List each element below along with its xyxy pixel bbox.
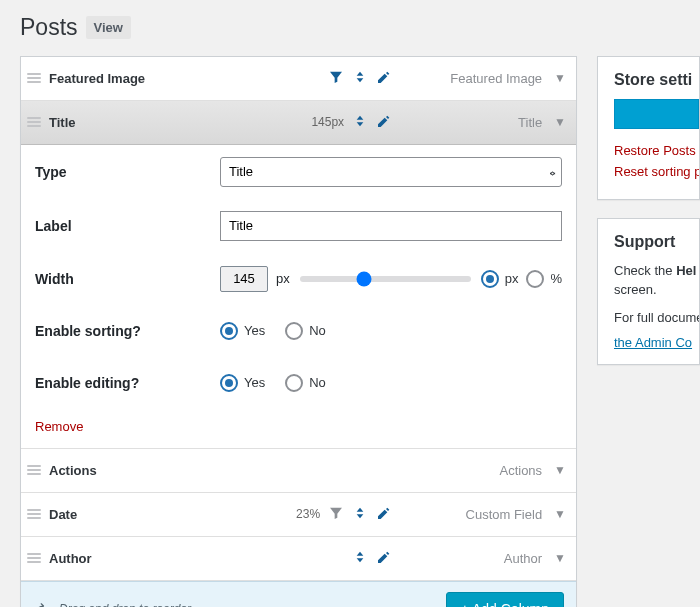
column-type-label: Author: [432, 551, 542, 566]
edit-icon[interactable]: [376, 505, 392, 524]
page-title: Posts: [20, 14, 78, 42]
drag-handle-icon[interactable]: [27, 117, 41, 127]
columns-footer: Drag and drop to reorder + Add Column: [21, 581, 576, 607]
drag-handle-icon[interactable]: [27, 73, 41, 83]
column-type-label: Title: [432, 115, 542, 130]
filter-icon[interactable]: [328, 505, 344, 524]
chevron-down-icon[interactable]: ▼: [554, 463, 566, 477]
drag-handle-icon[interactable]: [27, 465, 41, 475]
column-row[interactable]: Featured Image Featured Image ▼: [21, 57, 576, 101]
editing-field-label: Enable editing?: [35, 375, 220, 391]
remove-link[interactable]: Remove: [35, 419, 83, 434]
column-type-label: Actions: [432, 463, 542, 478]
sort-icon[interactable]: [352, 505, 368, 524]
add-column-button[interactable]: + Add Column: [446, 592, 564, 607]
width-unit: px: [276, 271, 290, 286]
sorting-no-radio[interactable]: [285, 322, 303, 340]
support-title: Support: [614, 233, 699, 251]
drag-handle-icon[interactable]: [27, 553, 41, 563]
sort-icon[interactable]: [352, 69, 368, 88]
column-name: Author: [49, 551, 92, 566]
support-docs-link[interactable]: the Admin Co: [614, 335, 692, 350]
drag-handle-icon[interactable]: [27, 509, 41, 519]
sort-icon[interactable]: [352, 549, 368, 568]
curved-arrow-icon: [33, 600, 51, 607]
column-row[interactable]: Author Author ▼: [21, 537, 576, 581]
sort-icon[interactable]: [352, 113, 368, 132]
view-button[interactable]: View: [86, 16, 131, 39]
chevron-down-icon[interactable]: ▼: [554, 115, 566, 129]
sorting-yes-radio[interactable]: [220, 322, 238, 340]
column-type-label: Custom Field: [432, 507, 542, 522]
page-header: Posts View: [20, 0, 700, 56]
column-row[interactable]: Title 145px Title ▼: [21, 101, 576, 145]
support-text: For full docume feature sugge: [614, 308, 699, 328]
column-width-meta: 145px: [311, 115, 344, 129]
type-field-label: Type: [35, 164, 220, 180]
column-row[interactable]: Actions Actions ▼: [21, 449, 576, 493]
support-widget: Support Check the Helscreen. For full do…: [597, 218, 700, 366]
column-row[interactable]: Date 23% Custom Field ▼: [21, 493, 576, 537]
column-width-meta: 23%: [296, 507, 320, 521]
editing-yes-radio[interactable]: [220, 374, 238, 392]
edit-icon[interactable]: [376, 69, 392, 88]
editing-yes-option[interactable]: Yes: [220, 374, 265, 392]
sorting-field-label: Enable sorting?: [35, 323, 220, 339]
column-name: Actions: [49, 463, 97, 478]
reset-link[interactable]: Reset sorting p: [614, 164, 699, 179]
editing-no-option[interactable]: No: [285, 374, 326, 392]
unit-pct-option[interactable]: %: [526, 270, 562, 288]
sorting-no-option[interactable]: No: [285, 322, 326, 340]
width-field-label: Width: [35, 271, 220, 287]
edit-icon[interactable]: [376, 113, 392, 132]
unit-pct-radio[interactable]: [526, 270, 544, 288]
column-name: Date: [49, 507, 77, 522]
chevron-down-icon[interactable]: ▼: [554, 551, 566, 565]
restore-link[interactable]: Restore Posts: [614, 143, 699, 158]
sorting-yes-option[interactable]: Yes: [220, 322, 265, 340]
store-widget: Store setti Restore Posts Reset sorting …: [597, 56, 700, 200]
store-title: Store setti: [614, 71, 699, 89]
store-primary-button[interactable]: [614, 99, 699, 129]
support-text: Check the Helscreen.: [614, 261, 699, 300]
unit-px-option[interactable]: px: [481, 270, 519, 288]
chevron-down-icon[interactable]: ▼: [554, 71, 566, 85]
column-type-label: Featured Image: [432, 71, 542, 86]
width-slider[interactable]: [300, 276, 471, 282]
label-field-label: Label: [35, 218, 220, 234]
edit-icon[interactable]: [376, 549, 392, 568]
column-editor: Type Title Label Wi: [21, 145, 576, 449]
columns-panel: Featured Image Featured Image ▼ Title: [20, 56, 577, 607]
drag-drop-hint: Drag and drop to reorder: [33, 600, 191, 607]
label-input[interactable]: [220, 211, 562, 241]
column-name: Title: [49, 115, 76, 130]
type-select[interactable]: Title: [220, 157, 562, 187]
filter-icon[interactable]: [328, 69, 344, 88]
chevron-down-icon[interactable]: ▼: [554, 507, 566, 521]
editing-no-radio[interactable]: [285, 374, 303, 392]
unit-px-radio[interactable]: [481, 270, 499, 288]
column-name: Featured Image: [49, 71, 145, 86]
width-input[interactable]: [220, 266, 268, 292]
